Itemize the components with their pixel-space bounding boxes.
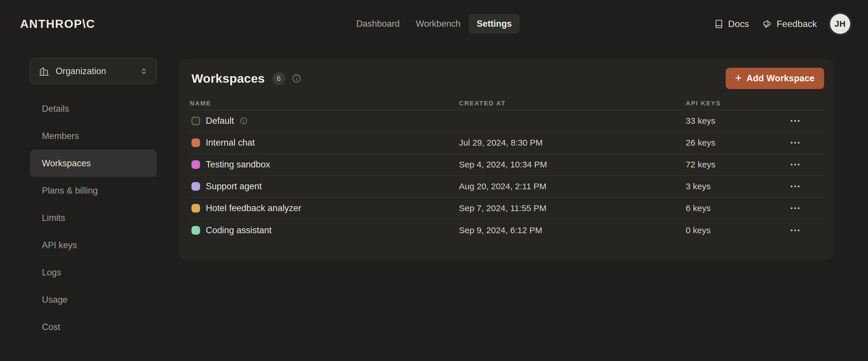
- table-row: Testing sandbox Sep 4, 2024, 10:34 PM 72…: [189, 154, 824, 176]
- add-workspace-button[interactable]: + Add Workspace: [725, 68, 824, 89]
- ellipsis-icon: [789, 137, 801, 149]
- table-row: Default 33 keys: [189, 110, 824, 132]
- primary-nav: Dashboard Workbench Settings: [348, 0, 520, 48]
- organization-selector[interactable]: Organization: [30, 58, 157, 84]
- sidebar-item-usage[interactable]: Usage: [30, 286, 157, 313]
- ellipsis-icon: [789, 180, 801, 192]
- workspace-name: Testing sandbox: [206, 159, 270, 170]
- table-row: Support agent Aug 20, 2024, 2:11 PM 3 ke…: [189, 176, 824, 198]
- docs-link[interactable]: Docs: [714, 19, 749, 29]
- workspace-color-dot: [191, 160, 200, 169]
- sidebar-item-cost[interactable]: Cost: [30, 313, 157, 341]
- unfold-chevrons-icon: [140, 67, 148, 76]
- workspace-color-dot: [191, 204, 200, 213]
- workspace-color-dot: [191, 182, 200, 191]
- workspace-color-dot: [191, 226, 200, 235]
- sidebar-item-limits[interactable]: Limits: [30, 204, 157, 232]
- default-workspace-info-icon[interactable]: [240, 117, 248, 125]
- workspace-created-at: Sep 9, 2024, 6:12 PM: [459, 225, 686, 235]
- user-avatar[interactable]: JH: [830, 14, 850, 34]
- workspace-name: Hotel feedback analyzer: [206, 203, 301, 213]
- docs-label: Docs: [728, 19, 749, 29]
- workspace-name: Internal chat: [206, 138, 255, 148]
- workspace-api-keys: 3 keys: [686, 181, 766, 191]
- workspace-api-keys: 6 keys: [686, 203, 766, 213]
- sidebar-item-members[interactable]: Members: [30, 122, 157, 150]
- panel-header: Workspaces 6 + Add Workspace: [189, 68, 824, 88]
- settings-sidebar: Organization Details Members Workspaces …: [30, 58, 157, 341]
- row-menu-button[interactable]: [786, 156, 804, 173]
- table-row: Internal chat Jul 29, 2024, 8:30 PM 26 k…: [189, 132, 824, 154]
- ellipsis-icon: [789, 158, 801, 171]
- feedback-link[interactable]: Feedback: [762, 19, 817, 29]
- sidebar-nav: Details Members Workspaces Plans & billi…: [30, 95, 157, 341]
- nav-settings[interactable]: Settings: [469, 14, 520, 34]
- ellipsis-icon: [789, 224, 801, 236]
- top-bar: ANTHROP\C Dashboard Workbench Settings D…: [0, 0, 868, 48]
- ellipsis-icon: [789, 202, 801, 214]
- workspace-api-keys: 0 keys: [686, 225, 766, 235]
- building-icon: [38, 66, 50, 77]
- sidebar-item-workspaces[interactable]: Workspaces: [30, 150, 157, 177]
- book-icon: [714, 19, 724, 29]
- organization-label: Organization: [56, 66, 106, 77]
- table-row: Hotel feedback analyzer Sep 7, 2024, 11:…: [189, 198, 824, 219]
- feedback-label: Feedback: [776, 19, 817, 29]
- table-row: Coding assistant Sep 9, 2024, 6:12 PM 0 …: [189, 219, 824, 241]
- workspace-created-at: Sep 7, 2024, 11:55 PM: [459, 203, 686, 213]
- nav-dashboard[interactable]: Dashboard: [348, 14, 408, 34]
- row-menu-button[interactable]: [786, 113, 804, 129]
- workspace-color-dot: [191, 117, 200, 125]
- workspaces-info-icon[interactable]: [291, 73, 301, 83]
- plus-icon: +: [735, 71, 742, 84]
- add-workspace-label: Add Workspace: [746, 73, 815, 84]
- workspace-color-dot: [191, 139, 200, 147]
- megaphone-icon: [762, 19, 772, 29]
- sidebar-item-details[interactable]: Details: [30, 95, 157, 122]
- row-menu-button[interactable]: [786, 222, 804, 238]
- workspace-api-keys: 33 keys: [686, 116, 766, 126]
- table-header: NAME CREATED AT API KEYS: [189, 88, 824, 110]
- workspace-name: Default: [206, 116, 234, 126]
- workspace-created-at: Sep 4, 2024, 10:34 PM: [459, 160, 686, 170]
- workspace-created-at: Jul 29, 2024, 8:30 PM: [459, 138, 686, 148]
- top-actions: Docs Feedback JH: [714, 14, 850, 34]
- workspace-name: Coding assistant: [206, 225, 272, 236]
- sidebar-item-logs[interactable]: Logs: [30, 259, 157, 286]
- sidebar-item-plans-billing[interactable]: Plans & billing: [30, 177, 157, 204]
- workspaces-panel: Workspaces 6 + Add Workspace NAME CREATE…: [179, 59, 834, 260]
- sidebar-item-api-keys[interactable]: API keys: [30, 232, 157, 259]
- anthropic-logo: ANTHROP\C: [20, 17, 95, 31]
- row-menu-button[interactable]: [786, 178, 804, 194]
- column-header-name: NAME: [189, 100, 459, 107]
- row-menu-button[interactable]: [786, 200, 804, 216]
- workspace-api-keys: 72 keys: [686, 160, 766, 170]
- workspace-name: Support agent: [206, 181, 262, 191]
- workspace-created-at: Aug 20, 2024, 2:11 PM: [459, 181, 686, 191]
- column-header-created-at: CREATED AT: [459, 100, 686, 107]
- workspace-api-keys: 26 keys: [686, 138, 766, 148]
- ellipsis-icon: [789, 115, 801, 127]
- page-title: Workspaces: [191, 71, 265, 86]
- row-menu-button[interactable]: [786, 135, 804, 151]
- workspace-count-badge: 6: [272, 72, 285, 85]
- column-header-api-keys: API KEYS: [686, 100, 766, 107]
- nav-workbench[interactable]: Workbench: [408, 14, 469, 34]
